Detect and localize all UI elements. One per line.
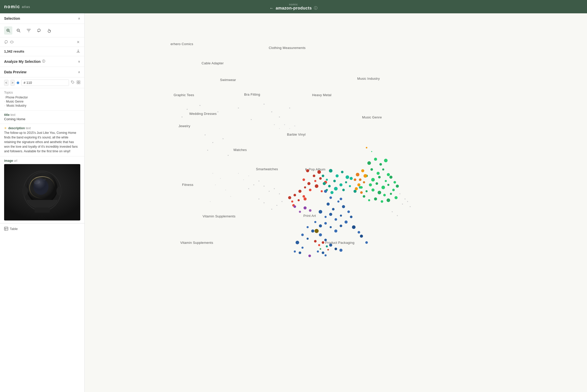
svg-point-109	[339, 183, 342, 186]
back-button[interactable]: ←	[270, 6, 274, 11]
svg-point-138	[369, 183, 372, 186]
data-preview-header: Data Preview ∧	[0, 67, 84, 77]
search-button[interactable]	[14, 26, 23, 35]
topic-item-3: ··· Music Industry	[4, 104, 80, 108]
description-field-name: description	[8, 126, 25, 130]
svg-point-115	[349, 185, 351, 187]
svg-point-174	[258, 198, 260, 199]
title-field-type: text	[11, 113, 15, 117]
lasso-button[interactable]	[35, 26, 43, 35]
svg-point-213	[366, 147, 367, 148]
svg-point-101	[291, 200, 293, 203]
svg-point-203	[230, 196, 231, 197]
zoom-select-button[interactable]	[4, 26, 12, 35]
svg-point-162	[363, 181, 365, 183]
svg-point-194	[317, 250, 319, 253]
analyze-title: Analyze My Selection ⓘ	[4, 59, 45, 64]
svg-point-190	[318, 244, 320, 246]
svg-point-35	[264, 104, 265, 105]
svg-point-107	[345, 175, 349, 179]
svg-point-143	[396, 185, 399, 188]
svg-point-97	[303, 195, 305, 198]
svg-point-56	[329, 213, 332, 216]
svg-point-113	[334, 187, 338, 190]
svg-point-119	[331, 191, 334, 194]
analyze-info-icon[interactable]: ⓘ	[42, 59, 45, 64]
svg-point-182	[399, 193, 400, 194]
analyze-section[interactable]: Analyze My Selection ⓘ ∨	[0, 56, 84, 67]
svg-point-67	[352, 225, 355, 229]
svg-point-198	[309, 255, 311, 257]
svg-point-126	[384, 159, 387, 162]
svg-point-150	[394, 196, 397, 199]
svg-point-49	[327, 203, 330, 206]
svg-point-155	[386, 198, 390, 202]
grid-icon[interactable]	[77, 81, 80, 85]
svg-point-42	[207, 150, 208, 151]
info-icon[interactable]: ⓘ	[314, 6, 317, 11]
svg-point-205	[238, 173, 239, 174]
record-id-input[interactable]	[21, 79, 69, 86]
svg-point-78	[302, 247, 304, 249]
svg-point-60	[350, 216, 352, 218]
svg-point-159	[363, 174, 367, 178]
data-preview-chevron-icon[interactable]: ∧	[78, 70, 80, 74]
svg-point-95	[321, 190, 323, 192]
svg-point-8	[72, 81, 72, 82]
svg-point-110	[345, 181, 347, 183]
record-nav-row: < >	[0, 77, 84, 88]
header-title-row: ← amazon-products ⓘ	[270, 6, 317, 11]
helmet-svg	[4, 164, 80, 220]
hand-button[interactable]	[45, 26, 53, 35]
svg-point-51	[337, 200, 339, 203]
svg-point-184	[402, 204, 403, 205]
description-field-section: ✳ description text The follow-up to 2015…	[0, 124, 84, 156]
next-record-button[interactable]: >	[11, 80, 15, 86]
map-area[interactable]: erhero Comics Clothing Measurements Cabl…	[85, 13, 587, 392]
svg-point-80	[335, 248, 337, 250]
svg-point-92	[304, 186, 306, 188]
svg-point-50	[332, 208, 335, 210]
svg-point-129	[382, 168, 384, 170]
selection-chevron-icon[interactable]: ∧	[78, 17, 80, 20]
title-field-name: title	[4, 113, 9, 117]
table-icon	[4, 227, 8, 231]
svg-point-102	[288, 196, 291, 199]
svg-point-59	[344, 220, 347, 224]
logo: nomic atlas	[4, 4, 30, 9]
svg-point-54	[319, 210, 322, 214]
lasso-small-icon	[4, 40, 8, 44]
prev-record-button[interactable]: <	[4, 80, 8, 86]
svg-point-43	[228, 155, 229, 156]
svg-point-105	[336, 174, 339, 177]
svg-point-206	[243, 179, 244, 180]
svg-point-134	[385, 180, 387, 182]
svg-point-30	[200, 105, 201, 106]
results-count: 1,342 results	[4, 49, 24, 53]
svg-point-167	[304, 206, 307, 209]
svg-point-179	[282, 201, 283, 202]
analyze-chevron-icon[interactable]: ∨	[78, 60, 80, 63]
clear-button[interactable]: ✕	[76, 39, 80, 45]
logo-name: nomic	[4, 4, 20, 9]
svg-point-70	[311, 229, 314, 233]
svg-point-128	[376, 172, 380, 175]
svg-point-93	[309, 189, 312, 191]
app-header: nomic atlas nomic ← amazon-products ⓘ	[0, 0, 587, 13]
svg-point-111	[350, 177, 353, 180]
record-dot-indicator	[17, 82, 19, 84]
image-field-name: image	[4, 159, 13, 163]
svg-point-145	[365, 190, 367, 192]
download-button[interactable]	[76, 49, 80, 54]
filter-button[interactable]	[25, 26, 33, 35]
svg-point-202	[225, 190, 226, 190]
svg-point-7	[10, 41, 13, 43]
svg-point-152	[368, 199, 370, 201]
svg-point-94	[315, 184, 319, 188]
svg-point-201	[215, 185, 216, 185]
main-layout: Selection ∧	[0, 13, 587, 392]
tag-icon[interactable]	[71, 81, 75, 85]
header-center: nomic ← amazon-products ⓘ	[270, 3, 317, 11]
svg-point-183	[404, 198, 405, 199]
table-footer[interactable]: Table	[0, 223, 84, 234]
